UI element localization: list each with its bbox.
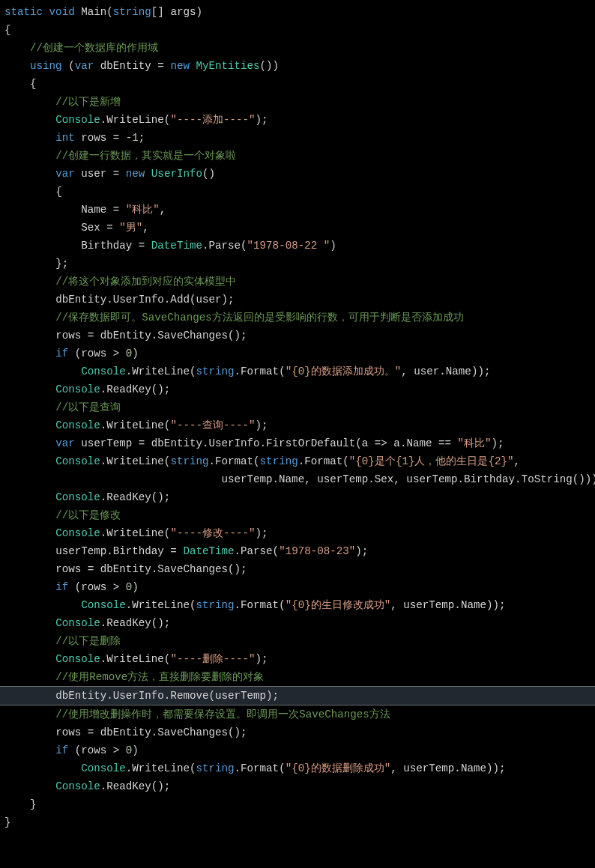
code-line: var userTemp = dbEntity.UserInfo.FirstOr…	[4, 434, 591, 452]
code-line: //以下是修改	[4, 506, 591, 524]
code-line: Name = "科比",	[4, 201, 591, 219]
code-line: rows = dbEntity.SaveChanges();	[4, 560, 591, 578]
code-line: //保存数据即可。SaveChanges方法返回的是受影响的行数，可用于判断是否…	[4, 309, 591, 327]
code-line: Console.WriteLine(string.Format("{0}的数据添…	[4, 362, 591, 380]
code-line: using (var dbEntity = new MyEntities())	[4, 57, 591, 75]
code-line: static void Main(string[] args)	[4, 3, 591, 21]
code-line: var user = new UserInfo()	[4, 165, 591, 183]
code-line: Sex = "男",	[4, 219, 591, 237]
code-line: {	[4, 75, 591, 93]
code-line: };	[4, 255, 591, 273]
code-line: //以下是查询	[4, 398, 591, 416]
code-line: Console.WriteLine("----查询----");	[4, 416, 591, 434]
code-line: int rows = -1;	[4, 129, 591, 147]
code-line: Console.WriteLine(string.Format(string.F…	[4, 452, 591, 470]
code-line: {	[4, 183, 591, 201]
code-line: Console.ReadKey();	[4, 614, 591, 632]
code-block: static void Main(string[] args){ //创建一个数…	[4, 3, 591, 831]
code-line: if (rows > 0)	[4, 578, 591, 596]
code-line: Console.WriteLine(string.Format("{0}的生日修…	[4, 596, 591, 614]
code-line: dbEntity.UserInfo.Add(user);	[4, 291, 591, 309]
code-line: //使用Remove方法，直接删除要删除的对象	[4, 668, 591, 686]
code-line: //使用增改删操作时，都需要保存设置。即调用一次SaveChanges方法	[4, 705, 591, 723]
code-line: }	[4, 813, 591, 831]
code-line: Console.WriteLine(string.Format("{0}的数据删…	[4, 759, 591, 777]
code-line: Console.WriteLine("----删除----");	[4, 650, 591, 668]
code-line: dbEntity.UserInfo.Remove(userTemp);	[0, 686, 595, 705]
code-line: //创建一个数据库的作用域	[4, 39, 591, 57]
code-line: {	[4, 21, 591, 39]
code-line: Console.ReadKey();	[4, 777, 591, 795]
code-line: //以下是删除	[4, 632, 591, 650]
code-line: rows = dbEntity.SaveChanges();	[4, 327, 591, 345]
code-line: Birthday = DateTime.Parse("1978-08-22 ")	[4, 237, 591, 255]
code-line: Console.WriteLine("----添加----");	[4, 111, 591, 129]
code-line: Console.ReadKey();	[4, 488, 591, 506]
code-line: userTemp.Birthday = DateTime.Parse("1978…	[4, 542, 591, 560]
code-line: //创建一行数据，其实就是一个对象啦	[4, 147, 591, 165]
code-line: if (rows > 0)	[4, 345, 591, 362]
code-line: rows = dbEntity.SaveChanges();	[4, 723, 591, 741]
code-line: //将这个对象添加到对应的实体模型中	[4, 273, 591, 291]
code-line: Console.ReadKey();	[4, 380, 591, 398]
code-line: if (rows > 0)	[4, 741, 591, 759]
code-line: //以下是新增	[4, 93, 591, 111]
code-line: userTemp.Name, userTemp.Sex, userTemp.Bi…	[4, 470, 591, 488]
code-line: }	[4, 795, 591, 813]
code-line: Console.WriteLine("----修改----");	[4, 524, 591, 542]
